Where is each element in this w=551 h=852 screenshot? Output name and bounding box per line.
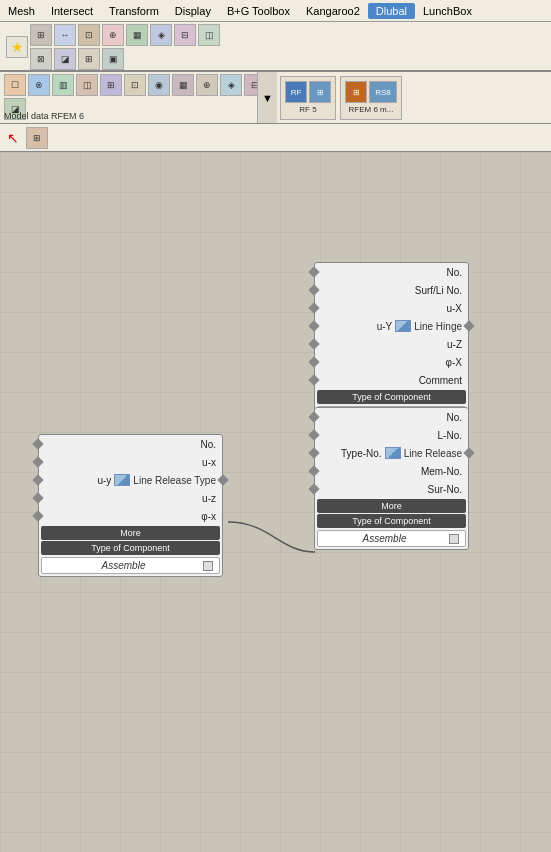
menu-bar: Mesh Intersect Transform Display B+G Too… [0, 0, 551, 22]
menu-mesh[interactable]: Mesh [0, 3, 43, 19]
tb-icon-7[interactable]: ⊟ [174, 24, 196, 46]
tb-icon-9[interactable]: ⊠ [30, 48, 52, 70]
tb2-icon-10[interactable]: ◈ [220, 74, 242, 96]
connector-uz-bl-left[interactable] [32, 492, 43, 503]
node-row-uz-top: u-Z [315, 335, 468, 353]
node-row-surfli: Surf/Li No. [315, 281, 468, 299]
tb2-icon-1[interactable]: ☐ [4, 74, 26, 96]
cursor-icon: ↖ [7, 130, 19, 146]
tb2-icon-2[interactable]: ⊗ [28, 74, 50, 96]
menu-intersect[interactable]: Intersect [43, 3, 101, 19]
connector-no-left[interactable] [308, 266, 319, 277]
node-line-release-type: No. u-x u-y Line Release Type u-z φ-x [38, 434, 223, 577]
connector-no-br-left[interactable] [308, 411, 319, 422]
node-assemble-icon-bl[interactable] [203, 561, 213, 571]
connector-uy-top-right[interactable] [463, 320, 474, 331]
connector-comment-left[interactable] [308, 374, 319, 385]
tb3-icon-1[interactable]: ⊞ [26, 127, 48, 149]
tb-icon-10[interactable]: ◪ [54, 48, 76, 70]
tb2-icon-4[interactable]: ◫ [76, 74, 98, 96]
tb-icon-6[interactable]: ◈ [150, 24, 172, 46]
tb2-icon-5[interactable]: ⊞ [100, 74, 122, 96]
text-uy-top: u-Y [321, 321, 392, 332]
connector-ux-top-left[interactable] [308, 302, 319, 313]
line-hinge-icon [395, 320, 411, 332]
connector-phix-top-left[interactable] [308, 356, 319, 367]
star-icon: ★ [11, 39, 24, 55]
text-lno-br: L-No. [321, 430, 462, 441]
menu-kangaroo2[interactable]: Kangaroo2 [298, 3, 368, 19]
node-more-btn-bl[interactable]: More [41, 526, 220, 540]
text-ux-bl: u-x [45, 457, 216, 468]
node-row-uz-bl: u-z [39, 489, 222, 507]
menu-transform[interactable]: Transform [101, 3, 167, 19]
node-row-lno-br: L-No. [315, 426, 468, 444]
rfem6m-label: RFEM 6 m... [349, 105, 394, 114]
tb2-icon-9[interactable]: ⊕ [196, 74, 218, 96]
tb2-icon-7[interactable]: ◉ [148, 74, 170, 96]
node-row-memno-br: Mem-No. [315, 462, 468, 480]
node-assemble-icon-br[interactable] [449, 534, 459, 544]
node-assemble-row-bl[interactable]: Assemble [41, 557, 220, 574]
node-more-btn-br[interactable]: More [317, 499, 466, 513]
node-type-btn-bl[interactable]: Type of Component [41, 541, 220, 555]
connector-ux-bl-left[interactable] [32, 456, 43, 467]
node-row-typeno-br: Type-No. Line Release [315, 444, 468, 462]
tb-icon-4[interactable]: ⊕ [102, 24, 124, 46]
toolbar-expand-btn[interactable]: ▼ [257, 72, 277, 123]
menu-dlubal[interactable]: Dlubal [368, 3, 415, 19]
line-release-type-icon [114, 474, 130, 486]
connector-memno-br-left[interactable] [308, 465, 319, 476]
tb-icon-3[interactable]: ⊡ [78, 24, 100, 46]
menu-bg-toolbox[interactable]: B+G Toolbox [219, 3, 298, 19]
text-uy-bl: u-y [45, 475, 111, 486]
connector-lno-br-left[interactable] [308, 429, 319, 440]
connector-uz-top-left[interactable] [308, 338, 319, 349]
node-type-btn-br[interactable]: Type of Component [317, 514, 466, 528]
connector-uy-bl-left[interactable] [32, 474, 43, 485]
text-ux-top: u-X [321, 303, 462, 314]
tb-icon-1[interactable]: ⊞ [30, 24, 52, 46]
rfem5-icon-1[interactable]: RF [285, 81, 307, 103]
tb-icon-5[interactable]: ▦ [126, 24, 148, 46]
node-row-ux-bl: u-x [39, 453, 222, 471]
node-assemble-row-br[interactable]: Assemble [317, 530, 466, 547]
connector-surno-br-left[interactable] [308, 483, 319, 494]
connector-typeno-br-left[interactable] [308, 447, 319, 458]
text-line-release-type-label: Line Release Type [133, 475, 216, 486]
menu-lunchbox[interactable]: LunchBox [415, 3, 480, 19]
tb-icon-11[interactable]: ⊞ [78, 48, 100, 70]
node-row-no-bl: No. [39, 435, 222, 453]
node-row-no-top: No. [315, 263, 468, 281]
tb2-icon-6[interactable]: ⊡ [124, 74, 146, 96]
toolbar-row2: ☐ ⊗ ▥ ◫ ⊞ ⊡ ◉ ▦ ⊕ ◈ ⊟ ◪ Model data RFEM … [0, 72, 551, 124]
connector-uy-top-left[interactable] [308, 320, 319, 331]
canvas-area: No. Surf/Li No. u-X u-Y Line Hinge u-Z [0, 152, 551, 852]
node-type-btn-top[interactable]: Type of Component [317, 390, 466, 404]
rfem6-icon-1[interactable]: ⊞ [345, 81, 367, 103]
rfem6-icon-2[interactable]: RS8 [369, 81, 397, 103]
tb3-cursor-btn[interactable]: ↖ [4, 129, 22, 147]
connector-surfli-left[interactable] [308, 284, 319, 295]
tb-icon-8[interactable]: ◫ [198, 24, 220, 46]
node-line-release: No. L-No. Type-No. Line Release Mem-No. … [314, 407, 469, 550]
rfem6-icons: ⊞ RS8 [345, 81, 397, 103]
text-no-br: No. [321, 412, 462, 423]
connector-typeno-br-right[interactable] [463, 447, 474, 458]
rfem5-icon-2[interactable]: ⊞ [309, 81, 331, 103]
text-line-hinge-label: Line Hinge [414, 321, 462, 332]
toolbar-right: RF ⊞ RF 5 ⊞ RS8 RFEM 6 m... [276, 72, 551, 123]
menu-display[interactable]: Display [167, 3, 219, 19]
node-line-hinge: No. Surf/Li No. u-X u-Y Line Hinge u-Z [314, 262, 469, 426]
connector-uy-bl-right[interactable] [217, 474, 228, 485]
tb-star-btn[interactable]: ★ [6, 36, 28, 58]
tb-icon-12[interactable]: ▣ [102, 48, 124, 70]
tb2-icon-3[interactable]: ▥ [52, 74, 74, 96]
tb2-icon-8[interactable]: ▦ [172, 74, 194, 96]
connector-phix-bl-left[interactable] [32, 510, 43, 521]
connector-no-bl-left[interactable] [32, 438, 43, 449]
text-surno-br: Sur-No. [321, 484, 462, 495]
node-row-phix-bl: φ-x [39, 507, 222, 525]
node-row-comment: Comment [315, 371, 468, 389]
tb-icon-2[interactable]: ↔ [54, 24, 76, 46]
